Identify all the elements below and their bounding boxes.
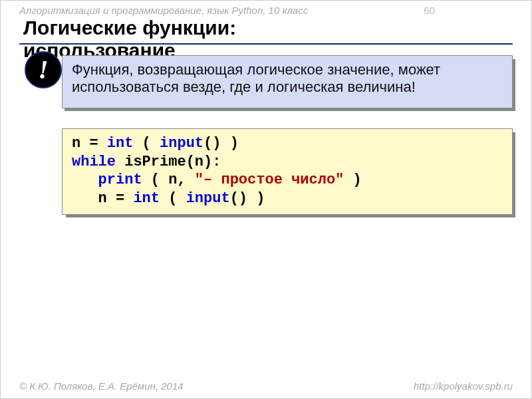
code-text: n =	[72, 135, 107, 152]
code-keyword: input	[160, 135, 203, 152]
code-string: "– простое число"	[195, 172, 344, 188]
code-text: ( n,	[142, 172, 195, 188]
code-box: n = int ( input() ) while isPrime(n): pr…	[62, 128, 513, 215]
code-keyword: while	[72, 154, 116, 170]
exclamation-icon: !	[38, 57, 49, 83]
code-text: () )	[230, 190, 265, 207]
slide: Алгоритмизация и программирование, язык …	[0, 0, 532, 399]
page-number: 60	[424, 5, 435, 16]
code-keyword: input	[186, 190, 230, 207]
code-text: n =	[72, 190, 133, 207]
code-text: (	[133, 135, 160, 152]
code-text: () )	[203, 135, 239, 152]
title-line-1: Логические функции:	[23, 17, 236, 39]
code-text: isPrime(n):	[116, 154, 221, 170]
code-text: )	[344, 172, 361, 188]
callout-box: Функция, возвращающая логическое значени…	[26, 55, 513, 108]
footer-url: http://kpolyakov.spb.ru	[414, 380, 513, 392]
code-text: (	[160, 190, 186, 207]
code-keyword: print	[98, 172, 142, 188]
callout-text: Функция, возвращающая логическое значени…	[62, 55, 513, 108]
code-text	[72, 172, 98, 188]
course-header: Алгоритмизация и программирование, язык …	[19, 5, 308, 16]
title-underline	[19, 43, 513, 45]
code-content: n = int ( input() ) while isPrime(n): pr…	[62, 128, 513, 215]
code-keyword: int	[107, 135, 134, 152]
footer-copyright: © К.Ю. Поляков, Е.А. Ерёмин, 2014	[19, 380, 184, 392]
attention-icon: !	[25, 51, 62, 88]
code-keyword: int	[133, 190, 160, 207]
